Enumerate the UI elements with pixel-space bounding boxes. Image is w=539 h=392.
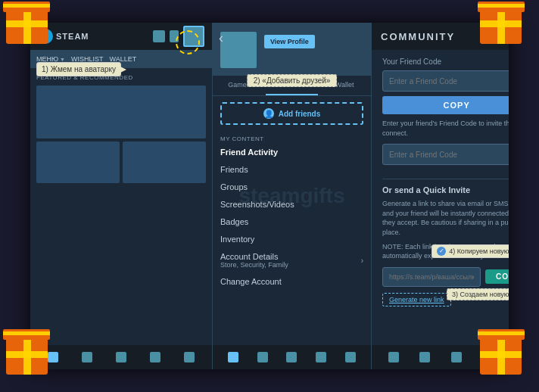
bottom-icon-3[interactable] bbox=[116, 352, 126, 362]
profile-section: View Profile bbox=[213, 23, 371, 76]
menu-item-friend-activity[interactable]: Friend Activity bbox=[220, 144, 363, 161]
bottom-icon-5[interactable] bbox=[184, 352, 195, 362]
comm-bottom-icon-2[interactable] bbox=[419, 352, 430, 362]
quick-invite-description: Generate a link to share via email or SM… bbox=[382, 199, 509, 237]
featured-item-wide bbox=[36, 86, 206, 138]
annotation-tooltip-2: 2) «Добавить друзей» bbox=[247, 74, 338, 87]
copy-invite-link-button[interactable]: COPY bbox=[485, 269, 509, 284]
menu-items: Friend Activity Friends Groups Screensho… bbox=[213, 144, 371, 291]
community-content: Your Friend Code COPY Enter your friend'… bbox=[372, 50, 509, 345]
friend-code-description: Enter your friend's Friend Code to invit… bbox=[382, 119, 509, 138]
avatar-circle-indicator bbox=[176, 30, 200, 54]
menu-item-badges[interactable]: Badges bbox=[220, 213, 363, 231]
header-icons bbox=[153, 26, 204, 47]
gift-corner-br bbox=[478, 331, 539, 392]
avatar-button[interactable] bbox=[183, 26, 204, 47]
menu-item-screenshots[interactable]: Screenshots/Videos bbox=[220, 196, 363, 213]
copy-friend-code-button[interactable]: COPY bbox=[382, 96, 509, 114]
back-button[interactable]: ‹ bbox=[219, 30, 223, 46]
enter-friend-code-input[interactable] bbox=[382, 144, 509, 165]
mid-bottom-icon-3[interactable] bbox=[286, 352, 297, 362]
main-container: 1) Жмем на аватарку STEAM МЕНЮ ▼ W bbox=[30, 23, 509, 369]
annotation-tooltip-1: 1) Жмем на аватарку bbox=[36, 62, 121, 76]
gift-corner-bl bbox=[0, 331, 61, 392]
annotation-tooltip-3: 3) Создаем новую ссылку bbox=[447, 288, 509, 300]
link-row: COPY bbox=[382, 267, 509, 287]
gift-corner-tl bbox=[0, 0, 61, 61]
menu-item-account[interactable]: Account Details Store, Security, Family … bbox=[220, 248, 363, 273]
gift-corner-tr bbox=[478, 0, 539, 61]
add-friends-icon: 👤 bbox=[263, 108, 274, 119]
tooltip-3-container: 3) Создаем новую ссылку Generate new lin… bbox=[382, 290, 509, 306]
divider bbox=[382, 179, 509, 179]
steam-text: STEAM bbox=[56, 32, 89, 41]
right-panel: COMMUNITY ⋮ Your Friend Code COPY Enter … bbox=[371, 23, 509, 369]
middle-panel: ‹ View Profile 2) «Добавить друзей» Game… bbox=[212, 23, 371, 369]
bottom-icon-4[interactable] bbox=[150, 352, 160, 362]
mid-bottom-icon-2[interactable] bbox=[257, 352, 268, 362]
generate-new-link-button[interactable]: Generate new link bbox=[382, 293, 451, 306]
view-profile-button[interactable]: View Profile bbox=[264, 35, 315, 48]
comm-bottom-icon-3[interactable] bbox=[451, 352, 462, 362]
mid-bottom-icon-4[interactable] bbox=[316, 352, 326, 362]
search-icon[interactable] bbox=[153, 30, 165, 42]
friend-code-input[interactable] bbox=[382, 70, 509, 92]
menu-item-friends[interactable]: Friends bbox=[220, 161, 363, 179]
my-content-label: MY CONTENT bbox=[213, 131, 371, 144]
featured-item-1 bbox=[36, 142, 120, 183]
community-title: COMMUNITY bbox=[381, 31, 455, 42]
arrow-icon: › bbox=[361, 257, 363, 265]
featured-grid bbox=[36, 86, 206, 183]
comm-bottom-icon-1[interactable] bbox=[388, 352, 399, 362]
quick-invite-title: Or send a Quick Invite bbox=[382, 185, 509, 194]
featured-item-2 bbox=[123, 142, 206, 183]
menu-item-inventory[interactable]: Inventory bbox=[220, 231, 363, 248]
annotation-tooltip-4: ✓ 4) Копируем новую ссылку bbox=[432, 244, 509, 258]
invite-link-input[interactable] bbox=[382, 267, 481, 287]
mid-bottom-icon-1[interactable] bbox=[228, 352, 238, 362]
menu-item-groups[interactable]: Groups bbox=[220, 179, 363, 196]
profile-avatar bbox=[220, 32, 257, 68]
left-panel: 1) Жмем на аватарку STEAM МЕНЮ ▼ W bbox=[30, 23, 212, 369]
mid-bottom-icon-5[interactable] bbox=[345, 352, 356, 362]
left-content: FEATURED & RECOMMENDED bbox=[30, 68, 212, 345]
add-friends-button[interactable]: 👤 Add friends bbox=[220, 102, 363, 125]
bottom-icon-2[interactable] bbox=[82, 352, 92, 362]
menu-item-change-account[interactable]: Change Account bbox=[220, 273, 363, 291]
middle-bottom-bar bbox=[213, 345, 371, 369]
